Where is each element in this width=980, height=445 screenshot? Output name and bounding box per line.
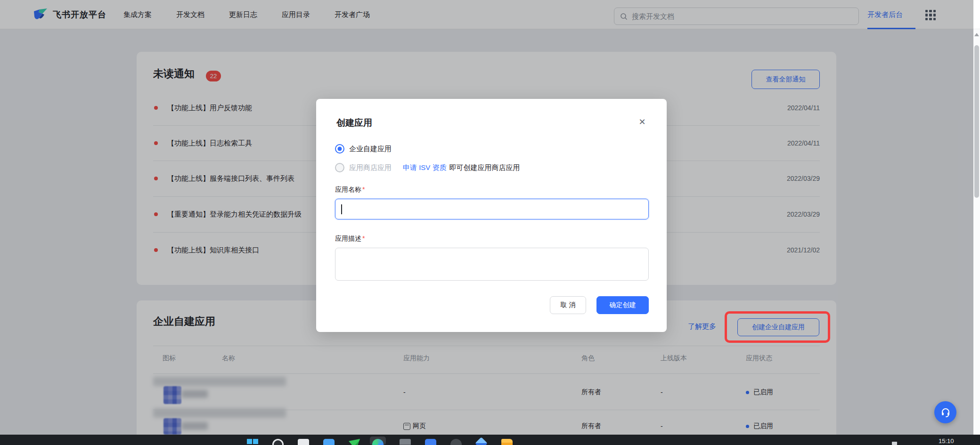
modal-title: 创建应用	[336, 117, 372, 129]
help-fab-button[interactable]	[934, 401, 956, 423]
taskbar-green-app-icon[interactable]	[349, 439, 360, 445]
radio-label: 应用商店应用	[349, 163, 392, 172]
text-caret	[341, 204, 342, 214]
app-name-input[interactable]	[335, 199, 649, 219]
radio-label: 企业自建应用	[349, 145, 392, 154]
scroll-up-arrow-icon[interactable]	[974, 33, 979, 36]
confirm-create-button[interactable]: 确定创建	[596, 296, 649, 314]
app-desc-textarea[interactable]	[335, 248, 649, 281]
app-desc-label: 应用描述*	[335, 235, 365, 243]
taskbar-browser-icon[interactable]	[272, 439, 284, 445]
screen: 飞书开放平台 集成方案 开发文档 更新日志 应用目录 开发者广场 开发者后台 未…	[0, 0, 980, 445]
required-asterisk: *	[362, 186, 365, 193]
close-icon[interactable]: ✕	[636, 116, 648, 128]
required-asterisk: *	[362, 235, 365, 242]
app-name-label: 应用名称*	[335, 186, 365, 194]
radio-store-app[interactable]: 应用商店应用 申请 ISV 资质 即可创建应用商店应用	[335, 163, 520, 172]
scrollbar-thumb[interactable]	[974, 45, 979, 198]
taskbar-dim-app-icon[interactable]	[450, 439, 462, 445]
taskbar-windows-icon[interactable]	[247, 439, 258, 445]
taskbar-folder-icon[interactable]	[501, 439, 513, 445]
taskbar-gray-app-icon[interactable]	[400, 439, 411, 445]
cancel-button[interactable]: 取 消	[550, 296, 586, 314]
radio-self-built-app[interactable]: 企业自建应用	[335, 144, 392, 154]
os-taskbar: 15:10	[0, 435, 980, 445]
radio-selected-icon[interactable]	[335, 144, 344, 154]
taskbar-diamond-app-icon[interactable]	[475, 437, 488, 445]
apply-isv-link[interactable]: 申请 ISV 资质	[403, 163, 447, 172]
tray-icon[interactable]	[892, 442, 897, 445]
isv-suffix-text: 即可创建应用商店应用	[449, 163, 520, 172]
taskbar-device-icon[interactable]	[323, 439, 335, 445]
taskbar-blue-app-icon[interactable]	[425, 439, 436, 445]
taskbar-document-icon[interactable]	[298, 439, 309, 445]
taskbar-clock[interactable]: 15:10	[939, 437, 954, 445]
radio-disabled-icon	[335, 163, 344, 172]
vertical-scrollbar[interactable]	[973, 29, 980, 435]
headset-icon	[940, 407, 951, 418]
create-app-modal: 创建应用 ✕ 企业自建应用 应用商店应用 申请 ISV 资质 即可创建应用商店应…	[316, 99, 667, 332]
